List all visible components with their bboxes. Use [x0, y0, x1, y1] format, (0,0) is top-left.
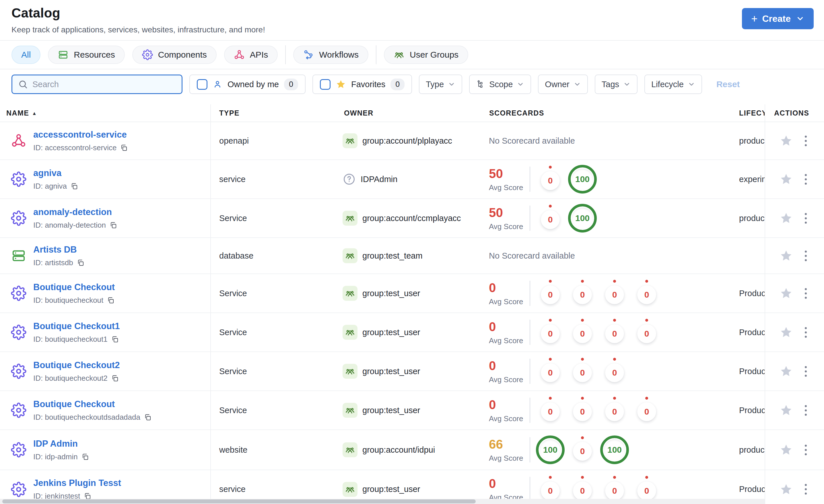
scorecard-check[interactable]: 0: [605, 363, 624, 382]
type-dropdown[interactable]: Type: [419, 75, 462, 94]
copy-id-button[interactable]: [109, 221, 117, 229]
avg-score-block: 0Avg Score: [489, 281, 530, 306]
scorecard-check[interactable]: 0: [573, 285, 592, 304]
tab-all[interactable]: All: [11, 45, 40, 64]
scorecard-check[interactable]: 100: [536, 435, 564, 464]
copy-id-button[interactable]: [144, 413, 151, 421]
entity-name-link[interactable]: Boutique Checkout: [33, 399, 151, 409]
scorecard-divider: [530, 359, 530, 384]
tab-resources[interactable]: Resources: [48, 45, 124, 64]
components-icon: [11, 402, 26, 418]
column-header-name[interactable]: NAME▲: [0, 109, 210, 117]
scorecard-check[interactable]: 0: [605, 402, 624, 421]
scorecard-check[interactable]: 0: [605, 324, 624, 343]
cell-actions: [764, 482, 824, 496]
favorite-star-button[interactable]: [780, 134, 793, 147]
owner-dropdown[interactable]: Owner: [538, 75, 588, 94]
row-menu-button[interactable]: [803, 172, 809, 186]
tags-dropdown[interactable]: Tags: [595, 75, 637, 94]
entity-name-link[interactable]: agniva: [33, 168, 78, 178]
row-menu-button[interactable]: [803, 326, 809, 340]
owned-by-me-checkbox[interactable]: [197, 79, 207, 90]
scorecard-check[interactable]: 0: [605, 481, 624, 500]
favorite-star-button[interactable]: [780, 483, 793, 496]
lifecycle-dropdown[interactable]: Lifecycle: [644, 75, 702, 94]
entity-name-link[interactable]: Artists DB: [33, 245, 84, 255]
horizontal-scrollbar-track[interactable]: [0, 499, 764, 504]
scorecard-check[interactable]: 0: [637, 481, 656, 500]
scorecard-check[interactable]: 0: [541, 363, 560, 382]
scorecard-check[interactable]: 100: [568, 165, 597, 194]
favorite-star-button[interactable]: [780, 365, 793, 378]
entity-name-link[interactable]: Boutique Checkout: [33, 282, 115, 292]
favorite-star-button[interactable]: [780, 404, 793, 417]
row-menu-button[interactable]: [803, 443, 809, 457]
copy-id-button[interactable]: [81, 453, 89, 461]
favorite-star-button[interactable]: [780, 443, 793, 457]
scorecard-check[interactable]: 0: [541, 324, 560, 343]
favorite-star-button[interactable]: [780, 172, 793, 186]
entity-name-link[interactable]: Jenkins Plugin Tesst: [33, 478, 121, 488]
scorecard-check[interactable]: 0: [541, 481, 560, 500]
scorecard-check[interactable]: 0: [573, 402, 592, 421]
scorecard-check[interactable]: 0: [637, 324, 656, 343]
scorecard-check[interactable]: 100: [600, 435, 629, 464]
tab-components[interactable]: Components: [132, 45, 217, 64]
entity-name-link[interactable]: Boutique Checkout1: [33, 321, 120, 332]
scorecard-check[interactable]: 100: [568, 204, 597, 233]
copy-id-button[interactable]: [111, 336, 119, 343]
reset-filters-link[interactable]: Reset: [716, 80, 740, 89]
favorite-star-button[interactable]: [780, 249, 793, 262]
tab-user-groups[interactable]: User Groups: [384, 45, 468, 64]
favorite-star-button[interactable]: [780, 212, 793, 225]
copy-id-button[interactable]: [111, 374, 119, 382]
apis-icon: [234, 49, 245, 60]
row-menu-button[interactable]: [803, 364, 809, 378]
scorecard-check[interactable]: 0: [541, 402, 560, 421]
row-menu-button[interactable]: [803, 403, 809, 417]
owner-label: group:account/idpui: [363, 445, 435, 455]
owned-by-me-filter[interactable]: Owned by me 0: [189, 75, 306, 94]
row-menu-button[interactable]: [803, 211, 809, 225]
scorecard-check[interactable]: 0: [573, 481, 592, 500]
row-menu-button[interactable]: [803, 134, 809, 148]
entity-name-link[interactable]: accesscontrol-service: [33, 130, 128, 140]
copy-id-button[interactable]: [107, 296, 114, 304]
favorites-filter[interactable]: Favorites 0: [312, 75, 412, 94]
entity-name-link[interactable]: anomaly-detection: [33, 207, 117, 217]
tab-workflows[interactable]: Workflows: [293, 45, 369, 64]
avg-score-label: Avg Score: [489, 375, 530, 384]
favorite-star-button[interactable]: [780, 287, 793, 300]
row-menu-button[interactable]: [803, 286, 809, 300]
tab-apis[interactable]: APIs: [224, 45, 278, 64]
copy-id-button[interactable]: [77, 259, 84, 267]
scorecard-check[interactable]: 0: [605, 285, 624, 304]
favorite-star-button[interactable]: [780, 326, 793, 339]
scope-dropdown[interactable]: Scope: [469, 75, 531, 94]
favorites-checkbox[interactable]: [320, 79, 330, 90]
copy-id-button[interactable]: [120, 144, 128, 152]
search-field[interactable]: [32, 80, 176, 89]
scorecard-check[interactable]: 0: [637, 285, 656, 304]
scorecard-check[interactable]: 0: [573, 324, 592, 343]
scorecard-check[interactable]: 0: [541, 171, 560, 190]
search-input[interactable]: [11, 75, 183, 94]
copy-id-button[interactable]: [70, 182, 78, 190]
scorecard-check[interactable]: 0: [573, 363, 592, 382]
create-button[interactable]: + Create: [742, 8, 814, 29]
row-menu-button[interactable]: [803, 249, 809, 263]
entity-name-link[interactable]: Boutique Checkout2: [33, 360, 120, 370]
cell-type: Service: [210, 328, 340, 337]
table-row: Boutique Checkout2ID: boutiquecheckout2S…: [0, 352, 824, 391]
scorecard-slot: 0: [534, 207, 566, 229]
create-button-label: Create: [762, 13, 791, 24]
scorecard-check[interactable]: 0: [573, 442, 592, 461]
entity-name-link[interactable]: IDP Admin: [33, 438, 89, 449]
scorecard-check[interactable]: 0: [541, 285, 560, 304]
avg-score-value: 50: [489, 166, 530, 181]
row-menu-button[interactable]: [803, 482, 809, 496]
scorecard-check[interactable]: 0: [637, 402, 656, 421]
scorecard-check[interactable]: 0: [541, 210, 560, 229]
horizontal-scrollbar-thumb[interactable]: [2, 499, 476, 503]
scorecard-slot: 0: [631, 399, 663, 421]
